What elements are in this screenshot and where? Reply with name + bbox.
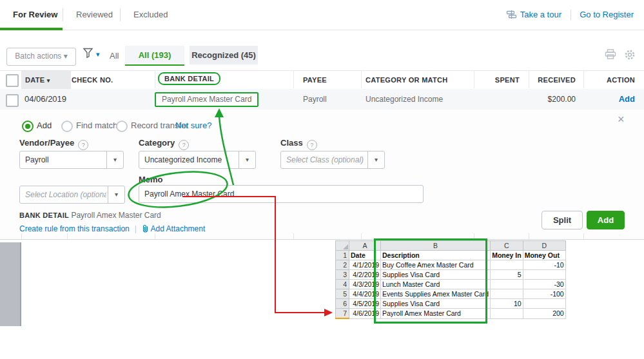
vendor-payee-select[interactable]: Payroll▾: [19, 151, 124, 169]
category-label: Category?: [139, 138, 189, 150]
paperclip-icon: [142, 226, 149, 235]
cell[interactable]: 4/1/2019: [349, 260, 381, 270]
column-letter-d[interactable]: D: [523, 241, 565, 251]
memo-input[interactable]: Payroll Amex Master Card: [139, 185, 424, 203]
active-tab-underline: [0, 28, 63, 30]
cell[interactable]: 4/5/2019: [349, 299, 381, 309]
memo-label: Memo: [139, 175, 163, 184]
column-header-spent[interactable]: SPENT: [495, 71, 520, 89]
transaction-row[interactable]: 04/06/2019 Payroll Amex Master Card Payr…: [0, 89, 644, 110]
bank-detail-header-highlight[interactable]: BANK DETAIL: [158, 72, 220, 85]
cell[interactable]: Supplies Visa Card: [381, 299, 491, 309]
select-all-checkbox[interactable]: [6, 74, 19, 87]
cell[interactable]: 4/4/2019: [349, 289, 381, 299]
cell[interactable]: -30: [523, 280, 565, 289]
category-select[interactable]: Uncategorized Income▾: [139, 151, 256, 169]
filter-funnel-icon[interactable]: [83, 48, 94, 61]
row-category: Uncategorized Income: [366, 89, 443, 110]
cell[interactable]: Buy Coffee Amex Master Card: [381, 260, 491, 270]
cell[interactable]: 5: [491, 270, 523, 280]
cell[interactable]: 4/6/2019: [349, 309, 381, 319]
filter-caret-icon[interactable]: ▾: [96, 50, 100, 59]
find-match-radio[interactable]: [61, 121, 73, 132]
help-icon[interactable]: ?: [307, 140, 317, 150]
red-arrowhead: [324, 309, 333, 316]
column-header-category[interactable]: CATEGORY OR MATCH: [366, 71, 448, 89]
filter-scope-label: All: [110, 51, 119, 61]
column-letter-c[interactable]: C: [491, 241, 523, 251]
cell[interactable]: -10: [523, 260, 565, 270]
split-button[interactable]: Split: [542, 211, 583, 229]
cell[interactable]: Money Out: [523, 251, 565, 260]
record-transfer-radio[interactable]: [116, 121, 128, 132]
row-checkbox[interactable]: [6, 94, 19, 107]
close-icon[interactable]: ×: [618, 113, 625, 126]
find-match-radio-label[interactable]: Find match: [76, 121, 117, 130]
row-number-7[interactable]: 7: [336, 309, 349, 319]
row-number-3[interactable]: 3: [336, 270, 349, 280]
row-number-4[interactable]: 4: [336, 280, 349, 289]
vendor-payee-label: Vendor/Payee?: [19, 138, 88, 150]
banking-for-review-page: For Review Reviewed Excluded Take a tour…: [0, 0, 644, 359]
spreadsheet: ABCD1DateDescriptionMoney InMoney Out24/…: [335, 240, 566, 319]
add-radio[interactable]: [22, 121, 34, 132]
cell[interactable]: Payroll Amex Master Card: [381, 309, 491, 319]
help-icon[interactable]: ?: [179, 140, 189, 150]
row-add-action[interactable]: Add: [619, 89, 635, 110]
cell[interactable]: Date: [349, 251, 381, 260]
tab-all-count[interactable]: All (193): [125, 46, 184, 66]
cell[interactable]: Lunch Master Card: [381, 280, 491, 289]
cell[interactable]: Description: [381, 251, 491, 260]
cell[interactable]: 4/3/2019: [349, 280, 381, 289]
caret-down-icon: ▾: [108, 186, 124, 203]
gear-icon[interactable]: [624, 49, 636, 63]
cell[interactable]: Supplies Visa Card: [381, 270, 491, 280]
column-header-action[interactable]: ACTION: [607, 71, 635, 89]
panel-links: Create rule from this transaction| Add A…: [19, 224, 205, 235]
caret-down-icon: ▾: [239, 151, 255, 168]
row-number-6[interactable]: 6: [336, 299, 349, 309]
select-all-cells[interactable]: [336, 241, 349, 251]
column-header-check-no[interactable]: CHECK NO.: [72, 71, 113, 89]
not-sure-link[interactable]: Not sure?: [175, 121, 211, 130]
row-number-1[interactable]: 1: [336, 251, 349, 260]
row-number-5[interactable]: 5: [336, 289, 349, 299]
cell[interactable]: [523, 299, 565, 309]
column-header-payee[interactable]: PAYEE: [303, 71, 327, 89]
add-attachment-link[interactable]: Add Attachment: [151, 224, 206, 233]
add-radio-label[interactable]: Add: [37, 121, 52, 130]
add-button[interactable]: Add: [587, 211, 625, 229]
location-select[interactable]: Select Location (optional)▾: [19, 186, 125, 204]
row-bank-detail-highlight: Payroll Amex Master Card: [155, 92, 259, 107]
tab-for-review[interactable]: For Review: [13, 0, 57, 30]
cell[interactable]: [491, 280, 523, 289]
print-icon[interactable]: [605, 49, 616, 63]
take-a-tour-link[interactable]: Take a tour: [506, 0, 561, 30]
cell[interactable]: [491, 289, 523, 299]
tab-reviewed[interactable]: Reviewed: [76, 0, 113, 30]
row-number-2[interactable]: 2: [336, 260, 349, 270]
help-icon[interactable]: ?: [78, 140, 88, 150]
column-letter-b[interactable]: B: [381, 241, 491, 251]
go-to-register-link[interactable]: Go to Register: [580, 0, 634, 30]
cell[interactable]: 10: [491, 299, 523, 309]
cell[interactable]: [523, 270, 565, 280]
tab-excluded[interactable]: Excluded: [133, 0, 168, 30]
class-select[interactable]: Select Class (optional)▾: [280, 151, 385, 169]
cell[interactable]: -100: [523, 289, 565, 299]
cell[interactable]: [491, 309, 523, 319]
column-letter-a[interactable]: A: [349, 241, 381, 251]
create-rule-link[interactable]: Create rule from this transaction: [19, 224, 130, 233]
cell[interactable]: [491, 260, 523, 270]
cell[interactable]: 200: [523, 309, 565, 319]
cell[interactable]: 4/2/2019: [349, 270, 381, 280]
tab-divider: [63, 8, 63, 21]
tab-recognized-count[interactable]: Recognized (45): [190, 46, 258, 64]
caret-down-icon: ▾: [106, 151, 123, 168]
cell[interactable]: Events Supplies Amex Master Card: [381, 289, 491, 299]
table-header: DATE ▾ CHECK NO. BANK DETAIL PAYEE CATEG…: [0, 70, 644, 90]
column-header-date[interactable]: DATE ▾: [21, 71, 71, 89]
cell[interactable]: Money In: [491, 251, 523, 260]
batch-actions-button[interactable]: Batch actions ▾: [6, 48, 76, 66]
column-header-received[interactable]: RECEIVED: [538, 71, 576, 89]
